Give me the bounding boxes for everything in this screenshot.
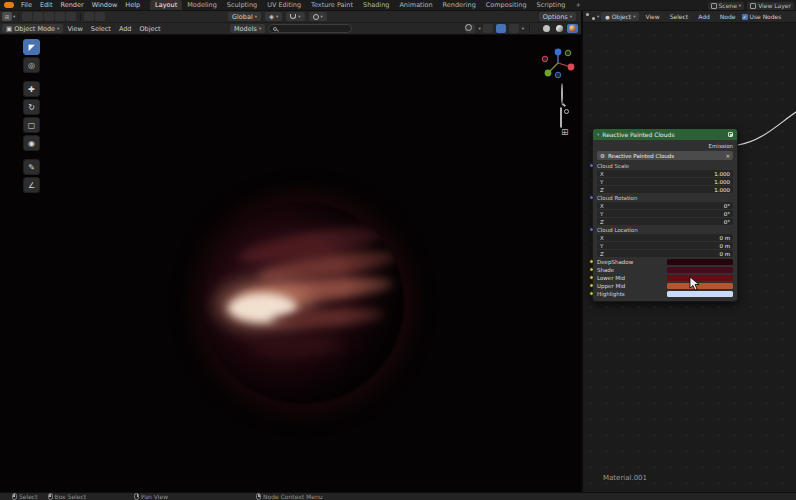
rendered-shading-icon [569,25,576,32]
input-socket[interactable] [589,195,594,200]
input-socket[interactable] [589,267,594,272]
input-socket[interactable] [589,227,594,232]
menu-view[interactable]: View [641,13,663,20]
shading-solid-button[interactable] [541,24,552,33]
value-slider[interactable]: Z0 m [597,250,733,257]
input-socket[interactable] [589,163,594,168]
tool-measure[interactable]: ∠ [23,177,40,193]
proportional-editing-dropdown[interactable]: ▾ [309,12,327,21]
node-reactive-painted-clouds[interactable]: ▾ Reactive Painted Clouds Emission ⚙ Rea… [592,128,738,302]
color-swatch[interactable] [667,267,733,273]
unlink-icon[interactable]: × [725,153,730,159]
tool-mode-set-icon[interactable] [22,12,32,21]
value-slider[interactable]: Y0 m [597,242,733,249]
tab-modeling[interactable]: Modeling [182,0,222,10]
input-socket[interactable] [589,291,594,296]
orientation-dropdown[interactable]: Global ▾ [228,12,261,21]
menu-file[interactable]: File [17,1,36,9]
blender-logo-icon[interactable] [4,2,14,8]
value-slider[interactable]: Z1.000 [597,186,733,193]
toggle-icon[interactable] [95,12,105,21]
menu-edit[interactable]: Edit [36,1,57,9]
shading-wireframe-button[interactable] [535,28,539,30]
menu-object[interactable]: Object [135,25,164,33]
input-socket[interactable] [589,275,594,280]
value-slider[interactable]: X1.000 [597,170,733,177]
asset-search-input[interactable] [268,24,352,33]
zoom-icon[interactable] [561,84,563,103]
tool-mode-extend-icon[interactable] [33,12,43,21]
tool-transform[interactable]: ◉ [23,135,40,151]
material-name-label: Material.001 [603,474,647,482]
tab-texture-paint[interactable]: Texture Paint [306,0,358,10]
tab-compositing[interactable]: Compositing [481,0,532,10]
tool-cursor[interactable]: ◎ [23,57,40,73]
tab-shading[interactable]: Shading [358,0,394,10]
editor-type-icon[interactable]: ⊞ [2,12,12,21]
menu-help[interactable]: Help [121,1,144,9]
chevron-down-icon[interactable]: ▾ [522,26,524,31]
menu-render[interactable]: Render [56,1,87,9]
value-slider[interactable]: X0° [597,202,733,209]
shader-type-dropdown[interactable]: ● Object ▾ [601,12,639,21]
menu-add[interactable]: Add [694,13,714,20]
add-workspace-button[interactable]: + [570,0,585,10]
camera-view-icon[interactable] [560,108,562,127]
tool-annotate[interactable]: ✎ [23,159,40,175]
view-layer-selector[interactable]: View Layer [747,2,794,10]
options-dropdown[interactable]: Options ▾ [539,12,576,21]
tool-mode-intersect-icon[interactable] [66,12,76,21]
gizmo-toggle-icon[interactable] [483,24,493,33]
shader-editor[interactable]: ▾ ● Object ▾ View Select Add Node ✓ Use … [583,11,796,492]
pivot-dropdown[interactable]: ◈ ▾ [265,12,282,21]
editor-divider[interactable] [581,11,583,492]
menu-node[interactable]: Node [716,13,740,20]
color-input-row: DeepShadow [597,258,733,265]
collapse-icon[interactable]: ▾ [597,132,599,137]
menu-window[interactable]: Window [88,1,122,9]
tab-uv-editing[interactable]: UV Editing [262,0,306,10]
input-socket[interactable] [589,259,594,264]
input-socket[interactable] [589,283,594,288]
node-editor-icon[interactable] [586,13,595,20]
node-group-selector[interactable]: ⚙ Reactive Painted Clouds × [597,151,733,160]
value-slider[interactable]: Y0° [597,210,733,217]
shading-material-button[interactable] [554,24,565,33]
tab-rendering[interactable]: Rendering [438,0,481,10]
tool-scale[interactable]: ▢ [23,117,40,133]
menu-select[interactable]: Select [87,25,115,33]
chevron-down-icon[interactable]: ▾ [597,14,599,19]
scene-selector[interactable]: Scene ▾ [708,2,745,10]
value-slider[interactable]: X0 m [597,234,733,241]
tab-layout[interactable]: Layout [150,0,182,10]
tab-scripting[interactable]: Scripting [532,0,571,10]
color-swatch[interactable] [667,259,733,265]
asset-filter-dropdown[interactable]: Models ▾ [230,24,265,33]
tab-sculpting[interactable]: Sculpting [222,0,262,10]
menu-select[interactable]: Select [666,13,693,20]
overlays-toggle-icon[interactable] [496,24,506,33]
tool-mode-invert-icon[interactable] [55,12,65,21]
tool-rotate[interactable]: ↻ [23,99,40,115]
chevron-down-icon[interactable]: ▾ [478,26,480,31]
chevron-down-icon[interactable]: ▾ [13,14,15,19]
menu-view[interactable]: View [63,25,86,33]
node-header[interactable]: ▾ Reactive Painted Clouds [593,129,737,140]
navigation-gizmo[interactable] [540,44,580,84]
value-slider[interactable]: Z0° [597,218,733,225]
tool-mode-subtract-icon[interactable] [44,12,54,21]
tool-select-box[interactable]: ◤ [23,39,40,55]
viewport-3d[interactable] [0,35,581,492]
toggle-icon[interactable] [84,12,94,21]
tab-animation[interactable]: Animation [394,0,437,10]
shading-rendered-button[interactable] [567,24,578,33]
tool-move[interactable]: ✚ [23,81,40,97]
snap-dropdown[interactable]: ▾ [286,12,304,21]
object-visibility-icon[interactable] [465,24,475,33]
mode-dropdown[interactable]: ▣ Object Mode ▾ [2,24,63,33]
use-nodes-checkbox[interactable]: ✓ [742,14,748,20]
xray-toggle-icon[interactable] [509,24,519,33]
value-slider[interactable]: Y1.000 [597,178,733,185]
menu-add[interactable]: Add [115,25,136,33]
toggle-ortho-icon[interactable]: ⊞ [561,128,569,137]
